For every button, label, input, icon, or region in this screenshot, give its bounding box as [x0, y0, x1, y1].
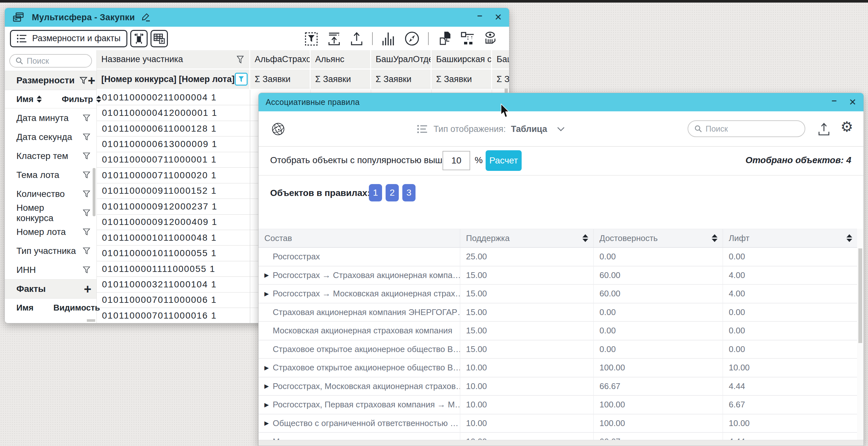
rule-size-chip-2[interactable]: 2	[385, 184, 399, 202]
sidebar-item-quantity[interactable]: Количество	[5, 184, 96, 203]
dialog-minimize-button[interactable]: –	[832, 96, 837, 105]
sort-filter-control[interactable]	[96, 96, 101, 102]
row-header-cell[interactable]: Название участника	[97, 50, 250, 68]
dialog-titlebar[interactable]: Ассоциативные правила – ✕	[258, 93, 864, 111]
expand-icon[interactable]: ▶	[265, 364, 273, 371]
dialog-search-input[interactable]	[706, 124, 799, 133]
compass-icon[interactable]	[404, 31, 420, 46]
multisphere-icon[interactable]	[270, 121, 286, 137]
popularity-threshold-input[interactable]	[442, 151, 470, 170]
filter-icon[interactable]	[82, 114, 91, 122]
filter-icon[interactable]	[82, 152, 91, 160]
export-icon[interactable]	[817, 122, 831, 137]
gear-icon[interactable]: ⚙	[841, 120, 853, 134]
rule-row[interactable]: ▶Росгосстрах, Московская акционерная стр…	[258, 378, 858, 396]
filter-icon[interactable]	[82, 190, 91, 198]
column-header[interactable]: БашУралОтдел	[371, 50, 432, 68]
filter-icon[interactable]	[82, 266, 91, 274]
expand-icon[interactable]: ▶	[265, 272, 273, 279]
sidebar-item-data-minute[interactable]: Дата минута	[5, 109, 96, 127]
sort-support-control[interactable]	[582, 234, 588, 242]
rule-row[interactable]: ▶Росгосстрах, Первая страховая компания …	[258, 396, 858, 414]
edit-title-icon[interactable]	[140, 12, 151, 23]
calculate-button[interactable]: Расчет	[486, 150, 522, 171]
display-type-selector[interactable]: Тип отображения: Таблица	[417, 111, 565, 147]
column-header[interactable]: Баш	[492, 50, 509, 68]
export-icon[interactable]	[349, 31, 364, 46]
column-header[interactable]: Альянс	[311, 50, 371, 68]
collapse-rows-icon[interactable]	[327, 31, 341, 46]
column-confidence[interactable]: Достоверность	[594, 229, 723, 247]
expand-icon[interactable]: ▶	[265, 401, 273, 408]
rule-row[interactable]: Страховая акционерная компания ЭНЕРГОГАР…	[258, 303, 858, 322]
sidebar-item-inn[interactable]: ИНН	[5, 260, 96, 279]
dialog-close-button[interactable]: ✕	[849, 98, 857, 107]
main-titlebar[interactable]: Мультисфера - Закупки – ✕	[5, 8, 509, 27]
pivot-table-button[interactable]	[151, 30, 168, 47]
rule-row[interactable]: ▶Росгосстрах → Московская акционерная ст…	[258, 285, 858, 303]
watch-eye-icon[interactable]	[484, 31, 498, 46]
rule-row[interactable]: Страховое открытое акционерное общество …	[258, 340, 858, 359]
filter-icon[interactable]	[82, 228, 91, 236]
rule-size-chip-1[interactable]: 1	[369, 184, 382, 202]
rule-size-chip-3[interactable]: 3	[402, 184, 415, 202]
sidebar-search-input[interactable]	[27, 56, 86, 66]
sort-confidence-control[interactable]	[712, 234, 717, 242]
expand-icon[interactable]: ▶	[265, 420, 273, 427]
expand-icon[interactable]: ▶	[265, 383, 273, 390]
sidebar-hscrollbar-thumb[interactable]	[87, 319, 95, 322]
sidebar-search[interactable]	[9, 54, 92, 67]
sidebar-item-contest-number[interactable]: Номер конкурса	[5, 203, 96, 222]
rule-row[interactable]: ▶Страховое открытое акционерное общество…	[258, 359, 858, 378]
measure-header[interactable]: Σ З	[492, 69, 509, 89]
dimensions-header: Размерности +	[5, 71, 96, 90]
hierarchy-icon[interactable]	[460, 31, 475, 46]
bar-chart-icon[interactable]	[381, 31, 396, 46]
confidence-value: 0.00	[594, 340, 723, 358]
sidebar-item-participant-type[interactable]: Тип участника	[5, 241, 96, 260]
confidence-value: 0.00	[594, 248, 723, 266]
sidebar-item-data-second[interactable]: Дата секунда	[5, 127, 96, 146]
filter-icon[interactable]	[82, 209, 91, 217]
sidebar-scrollbar-thumb[interactable]	[93, 168, 95, 216]
column-header[interactable]: Башкирская ст	[432, 50, 492, 68]
close-button[interactable]: ✕	[495, 13, 502, 22]
dimensions-columns-header: Имя Фильтр	[5, 90, 96, 109]
sidebar-item-lot-theme[interactable]: Тема лота	[5, 166, 96, 184]
filter-icon[interactable]	[82, 247, 91, 255]
filter-icon[interactable]	[82, 133, 91, 141]
rule-row[interactable]: ▶Общество с ограниченной ответственность…	[258, 414, 858, 433]
add-fact-button[interactable]: +	[84, 283, 91, 295]
add-dimension-button[interactable]: +	[88, 74, 95, 87]
app-cascade-icon	[12, 11, 25, 24]
column-lift[interactable]: Лифт	[723, 229, 858, 247]
measure-header[interactable]: Σ Заявки	[250, 69, 311, 89]
rule-row[interactable]: ▶Росгосстрах → Страховая акционерная ком…	[258, 266, 858, 285]
row-key: 0101100000711000001 1	[102, 154, 217, 165]
toolbar-icon-group	[305, 31, 503, 46]
measure-header[interactable]: Σ Заявки	[311, 69, 371, 89]
sort-lift-control[interactable]	[846, 234, 852, 242]
dimensions-facts-button[interactable]: Размерности и факты	[10, 30, 127, 47]
filter-icon[interactable]	[82, 171, 91, 179]
copy-documents-icon[interactable]	[437, 31, 452, 46]
sidebar-item-cluster[interactable]: Кластер тем	[5, 146, 96, 166]
row-dimension-cell[interactable]: [Номер конкурса] [Номер лота]	[97, 69, 250, 89]
filter-selection-icon[interactable]	[305, 31, 319, 46]
column-support[interactable]: Поддержка	[460, 229, 594, 247]
filter-icon[interactable]	[236, 55, 245, 64]
sidebar-item-lot-number[interactable]: Номер лота	[5, 222, 96, 241]
sort-name-control[interactable]	[37, 96, 42, 102]
dialog-scrollbar-thumb[interactable]	[858, 248, 862, 343]
dialog-search[interactable]	[688, 120, 805, 137]
minimize-button[interactable]: –	[477, 11, 483, 20]
expand-icon[interactable]: ▶	[265, 290, 273, 297]
measure-header[interactable]: Σ Заявки	[371, 69, 432, 89]
measure-header[interactable]: Σ Заявки	[432, 69, 492, 89]
rule-row[interactable]: Московская акционерная страховая компани…	[258, 322, 858, 340]
rule-row[interactable]: Росгосстрах 25.00 0.00 0.00	[258, 248, 858, 266]
filter-icon[interactable]	[79, 76, 88, 85]
fit-columns-button[interactable]	[130, 30, 148, 47]
column-header[interactable]: АльфаСтрахова	[250, 50, 311, 68]
active-filter-icon[interactable]	[235, 73, 248, 86]
